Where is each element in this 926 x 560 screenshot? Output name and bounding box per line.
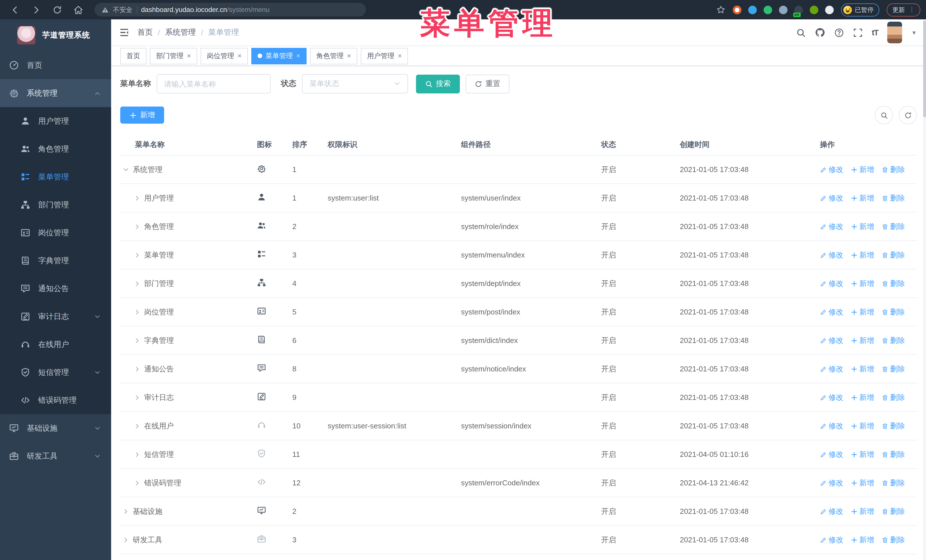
tab-部门管理[interactable]: 部门管理× xyxy=(150,48,197,64)
tab-close-icon[interactable]: × xyxy=(238,53,242,59)
github-icon[interactable] xyxy=(815,27,825,38)
sidebar-item-系统管理[interactable]: 系统管理 xyxy=(0,79,111,107)
row-action-删除[interactable]: 删除 xyxy=(882,221,905,232)
ext-puzzle-icon[interactable] xyxy=(825,5,834,14)
update-button[interactable]: 更新 xyxy=(887,3,920,16)
sidebar-item-研发工具[interactable]: 研发工具 xyxy=(0,442,111,470)
sidebar-item-岗位管理[interactable]: 岗位管理 xyxy=(0,219,111,247)
row-action-修改[interactable]: 修改 xyxy=(820,335,843,346)
row-action-删除[interactable]: 删除 xyxy=(882,506,905,516)
row-action-修改[interactable]: 修改 xyxy=(820,278,843,288)
search-button[interactable]: 搜索 xyxy=(416,74,460,93)
tab-close-icon[interactable]: × xyxy=(398,53,402,59)
sidebar-item-部门管理[interactable]: 部门管理 xyxy=(0,191,111,219)
row-action-删除[interactable]: 删除 xyxy=(882,193,905,203)
ext-blue-tabs-icon[interactable] xyxy=(779,5,788,14)
sidebar-item-基础设施[interactable]: 基础设施 xyxy=(0,414,111,442)
row-action-修改[interactable]: 修改 xyxy=(820,165,843,175)
sidebar-item-菜单管理[interactable]: 菜单管理 xyxy=(0,163,111,191)
row-action-新增[interactable]: 新增 xyxy=(851,221,874,232)
tab-岗位管理[interactable]: 岗位管理× xyxy=(201,48,248,64)
row-action-修改[interactable]: 修改 xyxy=(820,506,843,516)
sidebar-item-首页[interactable]: 首页 xyxy=(0,51,111,79)
row-action-新增[interactable]: 新增 xyxy=(851,335,874,346)
sidebar-item-通知公告[interactable]: 通知公告 xyxy=(0,275,111,302)
tab-菜单管理[interactable]: 菜单管理× xyxy=(251,48,307,64)
breadcrumb-system[interactable]: 系统管理 xyxy=(165,27,196,38)
ext-dark-on-icon[interactable]: on xyxy=(794,5,803,14)
bookmark-star-icon[interactable] xyxy=(716,5,725,14)
row-action-新增[interactable]: 新增 xyxy=(851,506,874,516)
row-action-删除[interactable]: 删除 xyxy=(882,335,905,346)
row-action-新增[interactable]: 新增 xyxy=(851,478,874,488)
tab-close-icon[interactable]: × xyxy=(187,53,191,59)
row-action-新增[interactable]: 新增 xyxy=(851,392,874,403)
row-action-新增[interactable]: 新增 xyxy=(851,193,874,203)
row-action-新增[interactable]: 新增 xyxy=(851,364,874,374)
row-action-删除[interactable]: 删除 xyxy=(882,478,905,488)
row-action-修改[interactable]: 修改 xyxy=(820,421,843,431)
sidebar-item-审计日志[interactable]: 审计日志 xyxy=(0,302,111,331)
sidebar-item-短信管理[interactable]: 短信管理 xyxy=(0,358,111,386)
sidebar-item-错误码管理[interactable]: 错误码管理 xyxy=(0,386,111,414)
help-icon[interactable] xyxy=(834,28,844,37)
row-action-修改[interactable]: 修改 xyxy=(820,364,843,374)
row-action-删除[interactable]: 删除 xyxy=(882,250,905,260)
row-action-新增[interactable]: 新增 xyxy=(851,250,874,260)
sidebar-item-字典管理[interactable]: 字典管理 xyxy=(0,247,111,275)
reload-icon[interactable] xyxy=(53,5,62,15)
row-action-修改[interactable]: 修改 xyxy=(820,193,843,203)
reset-button[interactable]: 重置 xyxy=(466,74,510,93)
tab-角色管理[interactable]: 角色管理× xyxy=(310,48,357,64)
row-action-新增[interactable]: 新增 xyxy=(851,535,874,545)
font-size-icon[interactable]: tT xyxy=(872,28,878,37)
breadcrumb-home[interactable]: 首页 xyxy=(137,27,153,38)
home-icon[interactable] xyxy=(74,5,83,15)
hamburger-icon[interactable] xyxy=(119,27,129,38)
row-action-删除[interactable]: 删除 xyxy=(882,165,905,175)
menu-name-input[interactable] xyxy=(157,74,271,94)
row-action-新增[interactable]: 新增 xyxy=(851,307,874,317)
browser-menu-dots-icon[interactable] xyxy=(909,6,915,13)
search-icon[interactable] xyxy=(796,28,806,37)
row-action-新增[interactable]: 新增 xyxy=(851,165,874,175)
scrollbar-thumb[interactable] xyxy=(923,21,926,117)
row-action-新增[interactable]: 新增 xyxy=(851,421,874,431)
tab-首页[interactable]: 首页 xyxy=(120,48,147,64)
ext-green-frog-icon[interactable] xyxy=(810,5,818,14)
row-action-修改[interactable]: 修改 xyxy=(820,478,843,488)
tab-close-icon[interactable]: × xyxy=(347,53,351,59)
row-action-修改[interactable]: 修改 xyxy=(820,307,843,317)
sidebar-item-用户管理[interactable]: 用户管理 xyxy=(0,107,111,135)
tab-close-icon[interactable]: × xyxy=(296,53,300,59)
row-action-删除[interactable]: 删除 xyxy=(882,278,905,288)
row-action-修改[interactable]: 修改 xyxy=(820,221,843,232)
sidebar-item-角色管理[interactable]: 角色管理 xyxy=(0,135,111,163)
row-action-新增[interactable]: 新增 xyxy=(851,449,874,459)
fullscreen-icon[interactable] xyxy=(853,28,863,37)
row-action-删除[interactable]: 删除 xyxy=(882,307,905,317)
show-search-toggle-button[interactable] xyxy=(875,106,893,124)
row-action-删除[interactable]: 删除 xyxy=(882,364,905,374)
paused-badge[interactable]: 已暂停 xyxy=(841,3,879,16)
row-action-删除[interactable]: 删除 xyxy=(882,449,905,459)
refresh-table-button[interactable] xyxy=(899,106,917,124)
back-icon[interactable] xyxy=(10,5,20,15)
ext-green-check-icon[interactable] xyxy=(764,5,772,14)
row-action-删除[interactable]: 删除 xyxy=(882,421,905,431)
page-scrollbar[interactable] xyxy=(923,20,926,560)
address-bar[interactable]: 不安全 dashboard.yudao.iocoder.cn/system/me… xyxy=(95,3,366,17)
avatar-caret-down-icon[interactable]: ▼ xyxy=(911,29,917,36)
ext-orange-ring-icon[interactable] xyxy=(733,5,741,14)
forward-icon[interactable] xyxy=(31,5,41,15)
ext-blue-gem-icon[interactable] xyxy=(748,5,757,14)
avatar[interactable] xyxy=(887,22,902,43)
row-action-删除[interactable]: 删除 xyxy=(882,392,905,403)
tab-用户管理[interactable]: 用户管理× xyxy=(361,48,408,64)
row-action-删除[interactable]: 删除 xyxy=(882,535,905,545)
add-button[interactable]: 新增 xyxy=(120,107,164,124)
row-action-修改[interactable]: 修改 xyxy=(820,392,843,403)
row-action-新增[interactable]: 新增 xyxy=(851,278,874,288)
row-action-修改[interactable]: 修改 xyxy=(820,250,843,260)
sidebar-item-在线用户[interactable]: 在线用户 xyxy=(0,331,111,358)
